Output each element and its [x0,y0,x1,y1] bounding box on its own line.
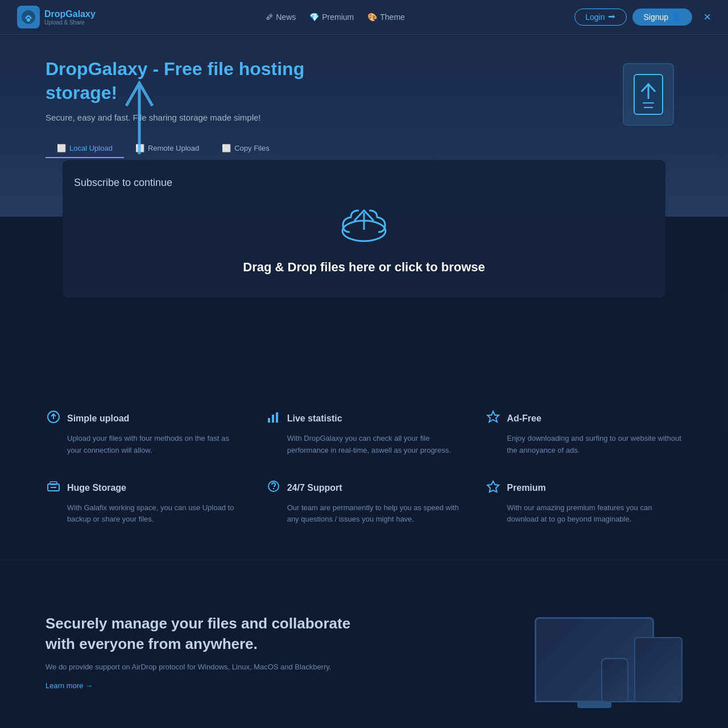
feature-simple-upload: Simple upload Upload your files with fou… [46,410,243,457]
feature-desc-huge-storage: With Galafix working space, you can use … [46,502,243,526]
live-statistic-icon [266,410,282,427]
login-icon: ⮕ [608,13,616,22]
svg-rect-8 [268,418,270,423]
feature-title-simple-upload: Simple upload [67,413,129,424]
feature-desc-ad-free: Enjoy downloading and surfing to our web… [485,433,682,457]
feature-desc-live-statistic: With DropGalaxy you can check all your f… [266,433,463,457]
theme-icon: 🎨 [367,13,377,22]
hero-content: DropGalaxy - Free file hosting storage! … [46,57,358,169]
navbar-actions: Login ⮕ Signup 👤 × [574,9,711,26]
svg-rect-14 [50,482,57,485]
feature-huge-storage: Huge Storage With Galafix working space,… [46,479,243,526]
nav-links: 🗞 News 💎 Premium 🎨 Theme [265,13,405,22]
support-icon [266,479,282,497]
news-icon: 🗞 [265,13,273,22]
device-phone [601,658,628,702]
hero-title: DropGalaxy - Free file hosting storage! [46,57,358,105]
ad-free-icon [485,410,501,427]
feature-title-premium: Premium [507,483,545,493]
learn-more-link[interactable]: Learn more → [46,681,358,690]
svg-point-16 [272,487,274,489]
login-button[interactable]: Login ⮕ [574,9,626,26]
feature-header-simple-upload: Simple upload [46,410,243,427]
second-content: Securely manage your files and collabora… [46,613,358,690]
hero-subtitle: Secure, easy and fast. File sharing stor… [46,113,358,122]
hero-upload-image [614,63,682,126]
devices-image [512,594,682,708]
feature-header-live-statistic: Live statistic [266,410,463,427]
svg-marker-17 [487,481,499,492]
simple-upload-icon [46,410,61,427]
hero-section: DropGalaxy - Free file hosting storage! … [0,35,728,217]
logo-name: DropGalaxy [44,9,96,19]
second-desc: We do provide support on AirDrop protoco… [46,663,358,671]
cloud-upload-icon [338,202,390,251]
huge-storage-icon [46,479,61,497]
navbar: DropGalaxy Upload & Share 🗞 News 💎 Premi… [0,0,728,35]
svg-rect-9 [272,415,274,423]
svg-point-0 [22,10,35,24]
hero-tabs: ⬜ Local Upload ⬜ Remote Upload ⬜ Copy Fi… [46,139,358,158]
feature-header-huge-storage: Huge Storage [46,479,243,497]
feature-desc-premium: With our amazing premium features you ca… [485,502,682,526]
feature-title-support: 24/7 Support [287,483,342,493]
logo-text: DropGalaxy Upload & Share [44,9,96,26]
feature-title-huge-storage: Huge Storage [67,483,126,493]
svg-point-1 [27,18,30,22]
svg-rect-10 [276,412,278,423]
tab-local-upload[interactable]: ⬜ Local Upload [46,139,124,158]
feature-premium: Premium With our amazing premium feature… [485,479,682,526]
nav-link-theme[interactable]: 🎨 Theme [367,13,405,22]
svg-marker-11 [487,411,499,422]
feature-header-ad-free: Ad-Free [485,410,682,427]
nav-link-premium[interactable]: 💎 Premium [309,13,354,22]
feature-title-ad-free: Ad-Free [507,413,541,424]
feature-support: 24/7 Support Our team are permanently to… [266,479,463,526]
feature-title-live-statistic: Live statistic [287,413,342,424]
upload-zone[interactable]: Drag & Drop files here or click to brows… [243,202,485,275]
feature-live-statistic: Live statistic With DropGalaxy you can c… [266,410,463,457]
nav-link-news[interactable]: 🗞 News [265,13,296,22]
device-stack [535,594,682,708]
signup-icon: 👤 [671,13,681,22]
upload-file-icon [623,63,674,126]
feature-desc-simple-upload: Upload your files with four methods on t… [46,433,243,457]
tab-copy-files[interactable]: ⬜ Copy Files [210,139,280,158]
feature-header-premium: Premium [485,479,682,497]
device-tablet [634,637,682,702]
subscribe-text: Subscribe to continue [74,177,172,189]
copy-files-icon: ⬜ [222,144,231,152]
premium-icon: 💎 [309,13,319,22]
signup-button[interactable]: Signup 👤 [632,9,693,26]
second-section: Securely manage your files and collabora… [0,560,728,728]
local-upload-icon: ⬜ [57,144,66,152]
close-icon: × [704,10,711,24]
feature-header-support: 24/7 Support [266,479,463,497]
premium-feature-icon [485,479,501,497]
logo-icon [17,6,40,28]
logo-tagline: Upload & Share [44,19,96,26]
features-grid: Simple upload Upload your files with fou… [46,410,682,526]
second-title: Securely manage your files and collabora… [46,613,358,655]
upload-zone-text: Drag & Drop files here or click to brows… [243,260,485,275]
close-button[interactable]: × [704,10,711,24]
modal-overlay: Subscribe to continue Drag & Drop files … [63,160,665,297]
logo: DropGalaxy Upload & Share [17,6,96,28]
arrow-icon [119,75,159,173]
feature-ad-free: Ad-Free Enjoy downloading and surfing to… [485,410,682,457]
feature-desc-support: Our team are permanently to help you as … [266,502,463,526]
